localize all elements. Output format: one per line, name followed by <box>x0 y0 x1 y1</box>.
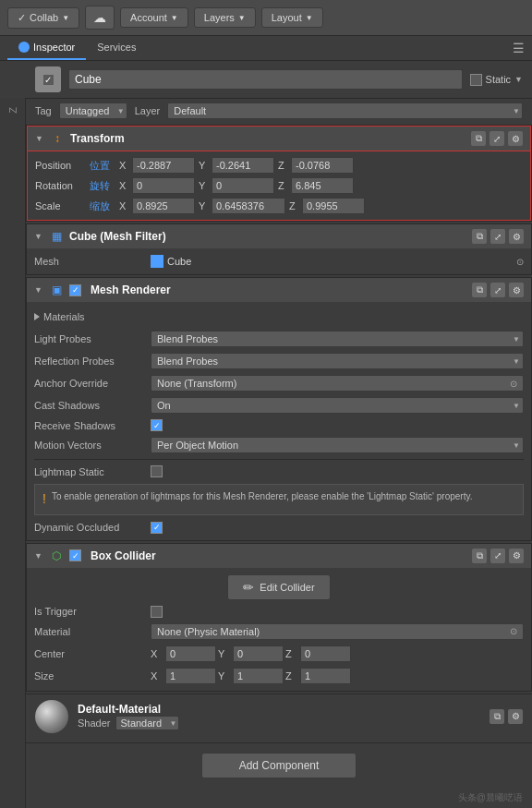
layer-select[interactable]: Default <box>167 103 523 119</box>
position-y-input[interactable] <box>212 157 274 174</box>
center-y-label: Y <box>218 648 231 659</box>
mesh-filter-copy-icon[interactable]: ⧉ <box>472 229 487 244</box>
collab-label: Collab <box>30 12 58 23</box>
mesh-renderer-header[interactable]: ▼ ▣ ✓ Mesh Renderer ⧉ ⤢ ⚙ <box>27 278 531 302</box>
mesh-renderer-copy-icon[interactable]: ⧉ <box>472 283 487 297</box>
mesh-renderer-move-icon[interactable]: ⤢ <box>490 283 505 297</box>
center-row: Center X Y Z <box>34 643 524 665</box>
layout-arrow-icon: ▼ <box>306 14 313 22</box>
reflection-probes-select[interactable]: Blend Probes <box>151 353 524 369</box>
menu-icon[interactable]: ☰ <box>513 41 525 55</box>
box-collider-move-icon[interactable]: ⤢ <box>490 549 505 563</box>
lightmap-static-checkbox[interactable] <box>151 465 163 477</box>
center-x-input[interactable] <box>165 645 216 662</box>
mesh-picker-icon[interactable]: ⊙ <box>516 256 524 267</box>
motion-vectors-select[interactable]: Per Object Motion <box>151 437 524 453</box>
rotation-z-input[interactable] <box>291 177 354 194</box>
transform-move-icon[interactable]: ⤢ <box>490 131 504 146</box>
top-bar: ✓ Collab ▼ ☁ Account ▼ Layers ▼ Layout ▼ <box>0 0 532 36</box>
tab-services[interactable]: Services <box>86 36 147 60</box>
edit-collider-button[interactable]: ✏ Edit Collider <box>227 574 330 600</box>
object-name-input[interactable] <box>68 69 463 90</box>
material-gear-icon[interactable]: ⚙ <box>508 709 523 724</box>
transform-gear-icon[interactable]: ⚙ <box>508 131 523 146</box>
watermark-text: 头条@晨曦呓语 <box>458 792 523 802</box>
center-label: Center <box>34 648 145 659</box>
scale-row: Scale 缩放 X Y Z <box>35 196 523 216</box>
size-y-label: Y <box>218 670 231 681</box>
box-collider-checkbox[interactable]: ✓ <box>69 549 81 561</box>
y-axis-label: Y <box>199 160 210 171</box>
layout-button[interactable]: Layout ▼ <box>261 7 323 28</box>
box-collider-copy-icon[interactable]: ⧉ <box>472 549 487 563</box>
box-collider-component: ▼ ⬡ ✓ Box Collider ⧉ ⤢ ⚙ ✏ Edit Collider <box>26 543 532 692</box>
dynamic-occluded-checkbox[interactable]: ✓ <box>151 522 163 534</box>
size-x-input[interactable] <box>165 668 216 684</box>
tag-label: Tag <box>35 105 52 116</box>
sidebar-z-label: Z <box>7 107 18 114</box>
cast-shadows-select[interactable]: On <box>151 397 524 414</box>
box-collider-gear-icon[interactable]: ⚙ <box>509 549 524 563</box>
mesh-filter-header[interactable]: ▼ ▦ Cube (Mesh Filter) ⧉ ⤢ ⚙ <box>27 224 531 248</box>
receive-shadows-label: Receive Shadows <box>34 420 145 431</box>
watermark: 头条@晨曦呓语 <box>26 788 532 808</box>
size-z-input[interactable] <box>300 668 351 684</box>
transform-copy-icon[interactable]: ⧉ <box>471 131 486 146</box>
object-icon <box>35 66 61 92</box>
tab-inspector[interactable]: Inspector <box>7 36 86 60</box>
reflection-probes-row: Reflection Probes Blend Probes ▼ <box>34 350 524 372</box>
account-arrow-icon: ▼ <box>171 14 178 22</box>
rotation-y-input[interactable] <box>212 177 274 194</box>
collab-button[interactable]: ✓ Collab ▼ <box>7 7 79 29</box>
position-x-input[interactable] <box>132 157 195 174</box>
scale-y-field: Y <box>199 198 285 214</box>
edit-collider-row: ✏ Edit Collider <box>34 572 524 603</box>
layers-button[interactable]: Layers ▼ <box>194 7 256 28</box>
layout-label: Layout <box>272 12 302 23</box>
shader-select[interactable]: Standard <box>115 716 179 730</box>
tag-select[interactable]: Untagged <box>59 103 127 119</box>
account-label: Account <box>130 12 167 23</box>
collider-material-picker-icon[interactable]: ⊙ <box>510 626 517 636</box>
lightmap-static-label: Lightmap Static <box>34 466 145 477</box>
transform-component-icons: ⧉ ⤢ ⚙ <box>471 131 523 146</box>
mesh-renderer-checkbox[interactable]: ✓ <box>69 284 81 296</box>
mesh-filter-move-icon[interactable]: ⤢ <box>490 229 505 244</box>
cast-shadows-label: Cast Shadows <box>34 400 145 411</box>
dynamic-occluded-row: Dynamic Occluded ✓ <box>34 519 524 537</box>
edit-collider-label: Edit Collider <box>260 582 314 593</box>
mesh-renderer-gear-icon[interactable]: ⚙ <box>509 283 524 297</box>
center-y-input[interactable] <box>233 645 284 662</box>
position-y-field: Y <box>199 157 274 174</box>
account-button[interactable]: Account ▼ <box>120 7 188 28</box>
light-probes-select[interactable]: Blend Probes <box>151 331 524 347</box>
edit-collider-pen-icon: ✏ <box>243 580 254 595</box>
position-z-input[interactable] <box>291 157 354 174</box>
static-checkbox[interactable] <box>470 74 482 86</box>
box-collider-header[interactable]: ▼ ⬡ ✓ Box Collider ⧉ ⤢ ⚙ <box>27 544 531 568</box>
cloud-button[interactable]: ☁ <box>85 6 115 30</box>
transform-collapse-icon: ▼ <box>35 134 44 143</box>
scale-x-input[interactable] <box>132 198 195 214</box>
transform-header[interactable]: ▼ ↕ Transform ⧉ ⤢ ⚙ <box>27 126 531 151</box>
static-dropdown-icon[interactable]: ▼ <box>514 75 523 84</box>
anchor-picker-icon[interactable]: ⊙ <box>510 379 517 389</box>
is-trigger-checkbox[interactable] <box>151 606 163 618</box>
active-checkbox[interactable] <box>42 74 54 86</box>
position-label: Position <box>35 160 86 171</box>
center-z-input[interactable] <box>300 645 351 662</box>
material-copy-icon[interactable]: ⧉ <box>490 709 504 724</box>
rotation-x-input[interactable] <box>132 177 195 194</box>
collider-material-label: Material <box>34 626 145 637</box>
size-y-input[interactable] <box>233 668 284 684</box>
scale-y-input[interactable] <box>212 198 285 214</box>
mesh-filter-gear-icon[interactable]: ⚙ <box>509 229 524 244</box>
rotation-label: Rotation <box>35 180 86 191</box>
object-header: Static ▼ <box>26 61 532 99</box>
receive-shadows-checkbox[interactable]: ✓ <box>151 419 163 431</box>
scale-z-input[interactable] <box>302 198 365 214</box>
size-row: Size X Y Z <box>34 665 524 687</box>
mesh-renderer-icons: ⧉ ⤢ ⚙ <box>472 283 524 297</box>
add-component-button[interactable]: Add Component <box>201 753 357 778</box>
left-sidebar: Z <box>0 98 26 808</box>
